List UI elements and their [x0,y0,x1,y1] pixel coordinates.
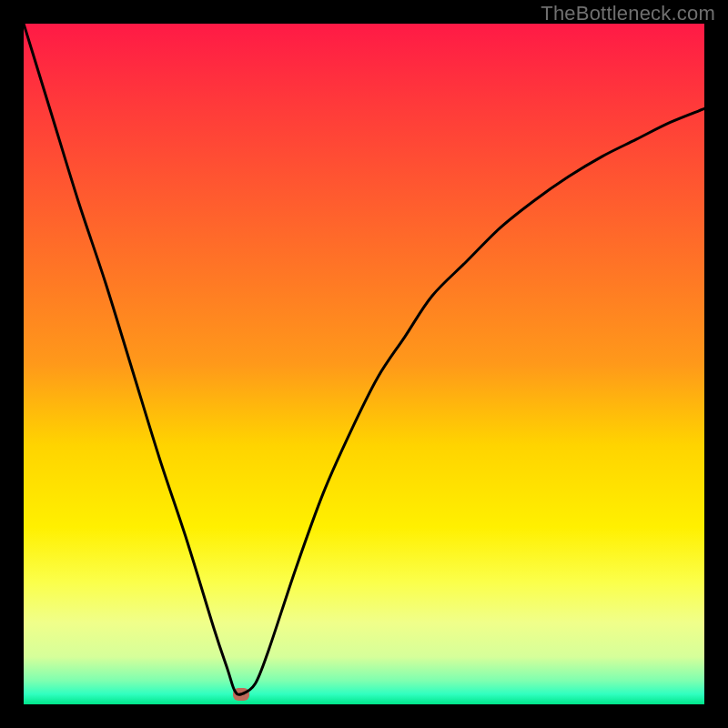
plot-area [24,24,704,704]
bottleneck-curve [24,24,704,704]
watermark-text: TheBottleneck.com [541,2,715,25]
outer-frame: TheBottleneck.com [0,0,728,728]
